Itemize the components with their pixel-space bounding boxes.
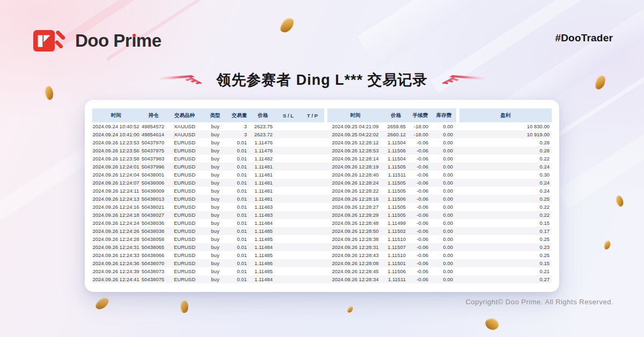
cell-sym: XAUUSD	[167, 130, 202, 138]
cell-time: 2024.09.26 12:24:28	[92, 235, 140, 243]
cell-type: buy	[202, 267, 229, 275]
cell-price: 2623.72	[250, 130, 276, 138]
table-row: 2024.09.26 12:24:2450438036EURUSDbuy0.01…	[92, 219, 552, 227]
cell-time: 2024.09.26 12:24:31	[92, 243, 140, 251]
background-streak	[557, 92, 644, 209]
cell-tp	[301, 203, 324, 211]
cell-tp	[301, 211, 324, 219]
cell-time: 2024.09.24 10:41:00	[92, 130, 140, 138]
table-header-row: 时间持仓交易品种类型交易量价格S / LT / P时间价格手续费库存费盈利	[92, 108, 552, 122]
cell-price: 1.11478	[250, 146, 276, 155]
cell-type: buy	[202, 163, 229, 171]
brand-name: Doo Prıme	[75, 31, 162, 51]
table-row: 2024.09.26 12:24:1650438021EURUSDbuy0.01…	[92, 203, 552, 211]
cell-tp	[301, 267, 324, 275]
cell-vol: 0.01	[229, 211, 250, 219]
cell-comm: -18.00	[409, 130, 431, 138]
trade-record-card: 时间持仓交易品种类型交易量价格S / LT / P时间价格手续费库存费盈利 20…	[85, 100, 559, 292]
cell-vol: 0.01	[229, 171, 250, 179]
cell-time: 2024.09.26 12:24:04	[92, 171, 140, 179]
cell-swap: 0.00	[431, 163, 456, 171]
gold-confetti	[614, 194, 625, 208]
gold-confetti	[347, 305, 354, 313]
cell-sl	[276, 251, 301, 259]
cell-pos: 50438038	[140, 227, 167, 235]
cell-tp	[301, 259, 324, 267]
cell-tp	[301, 187, 324, 195]
cell-price: 1.11485	[250, 251, 276, 259]
table-row: 2024.09.26 12:24:1850438027EURUSDbuy0.01…	[92, 211, 552, 219]
cell-type: buy	[202, 259, 229, 267]
cell-swap: 0.00	[431, 267, 456, 275]
cell-vol: 0.01	[229, 203, 250, 211]
cell-time2: 2024.09.26 12:28:43	[327, 251, 383, 259]
cell-type: buy	[202, 235, 229, 243]
cell-time2: 2024.09.26 12:28:31	[327, 243, 383, 251]
cell-tp	[301, 243, 324, 251]
cell-sl	[276, 187, 301, 195]
cell-sym: EURUSD	[167, 187, 202, 195]
cell-time: 2024.09.26 12:24:01	[92, 163, 140, 171]
cell-time: 2024.09.26 12:24:26	[92, 227, 140, 235]
cell-comm: -0.06	[409, 211, 431, 219]
cell-pos: 50437975	[140, 146, 167, 155]
copyright-text: Copyright© Doo Prime. All Rights Reserve…	[465, 298, 613, 306]
cell-vol: 0.01	[229, 163, 250, 171]
cell-vol: 0.01	[229, 138, 250, 146]
cell-time2: 2024.09.26 12:28:45	[327, 267, 383, 275]
table-row: 2024.09.26 12:24:1150438009EURUSDbuy0.01…	[92, 187, 552, 195]
cell-time2: 2024.09.26 12:28:40	[327, 171, 383, 179]
gold-confetti	[604, 240, 611, 250]
cell-profit: 10 830.00	[459, 122, 552, 130]
cell-tp	[301, 171, 324, 179]
cell-price2: 1.11511	[383, 275, 409, 283]
cell-type: buy	[202, 211, 229, 219]
cell-sl	[276, 122, 301, 130]
cell-profit: 0.23	[459, 243, 552, 251]
cell-price2: 1.11505	[383, 163, 409, 171]
cell-vol: 0.01	[229, 259, 250, 267]
cell-sl	[276, 235, 301, 243]
cell-profit: 0.22	[459, 211, 552, 219]
cell-sym: EURUSD	[167, 163, 202, 171]
cell-pos: 50438065	[140, 243, 167, 251]
table-row: 2024.09.26 12:23:5650437975EURUSDbuy0.01…	[92, 146, 552, 155]
cell-swap: 0.00	[431, 251, 456, 259]
cell-price: 1.11476	[250, 138, 276, 146]
cell-vol: 3	[229, 130, 250, 138]
cell-price: 1.11481	[250, 179, 276, 187]
cell-profit: 0.15	[459, 259, 552, 267]
cell-price2: 1.11505	[383, 211, 409, 219]
column-header-time2: 时间	[327, 108, 383, 122]
gold-confetti	[279, 16, 296, 35]
cell-sym: XAUUSD	[167, 122, 202, 130]
cell-tp	[301, 275, 324, 283]
cell-price: 1.11485	[250, 227, 276, 235]
cell-time2: 2024.09.26 12:28:38	[327, 235, 383, 243]
cell-time: 2024.09.26 12:23:53	[92, 138, 140, 146]
cell-swap: 0.00	[431, 227, 456, 235]
cell-time: 2024.09.26 12:24:16	[92, 203, 140, 211]
cell-sym: EURUSD	[167, 179, 202, 187]
cell-tp	[301, 163, 324, 171]
cell-profit: 0.24	[459, 187, 552, 195]
cell-comm: -0.06	[409, 163, 431, 171]
cell-profit: 0.17	[459, 227, 552, 235]
cell-type: buy	[202, 195, 229, 203]
cell-sl	[276, 195, 301, 203]
column-header-profit: 盈利	[459, 108, 552, 122]
column-header-type: 类型	[202, 108, 229, 122]
cell-time2: 2024.09.25 04:21:09	[327, 122, 383, 130]
cell-price2: 1.11511	[383, 171, 409, 179]
cell-tp	[301, 138, 324, 146]
cell-price2: 1.11505	[383, 203, 409, 211]
speed-lines-left-icon	[159, 74, 204, 86]
column-header-comm: 手续费	[409, 108, 431, 122]
cell-time2: 2024.09.26 12:28:27	[327, 203, 383, 211]
table-row: 2024.09.26 12:24:0750438006EURUSDbuy0.01…	[92, 179, 552, 187]
cell-sl	[276, 243, 301, 251]
cell-vol: 0.01	[229, 146, 250, 155]
cell-comm: -0.06	[409, 235, 431, 243]
cell-time2: 2024.09.26 12:28:24	[327, 179, 383, 187]
cell-tp	[301, 155, 324, 163]
